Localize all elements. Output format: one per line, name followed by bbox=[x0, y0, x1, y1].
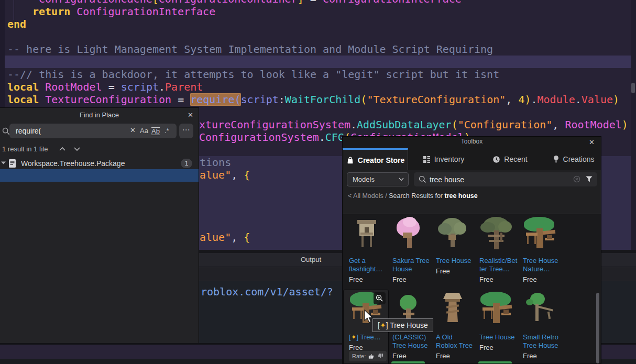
asset-title-link[interactable]: (CLASSIC)Tree House bbox=[392, 333, 434, 350]
code-line[interactable]: --// this is a backdoor, it attempts to … bbox=[7, 68, 499, 81]
clear-search-icon[interactable]: ✕ bbox=[130, 127, 136, 134]
expander-caret-icon[interactable] bbox=[1, 161, 6, 165]
tab-label: Creator Store bbox=[358, 156, 404, 164]
next-match-icon[interactable] bbox=[73, 147, 81, 151]
whole-word-button[interactable]: Ab bbox=[151, 127, 160, 135]
next-row-thumbnail-peek bbox=[478, 361, 512, 364]
filter-icon[interactable] bbox=[585, 175, 593, 183]
asset-thumbnail[interactable] bbox=[523, 217, 557, 249]
chevron-down-icon bbox=[399, 178, 404, 181]
toolbox-scrollbar-thumb[interactable] bbox=[596, 293, 599, 363]
code-line[interactable]: end bbox=[7, 18, 26, 30]
code-line[interactable]: local TextureConfiguration = require(scr… bbox=[7, 93, 619, 106]
thumbs-down-icon[interactable] bbox=[377, 353, 383, 359]
code-line[interactable]: alue", { bbox=[200, 231, 250, 244]
output-asset-link[interactable]: roblox.com/v1/asset/? bbox=[201, 285, 333, 298]
search-icon bbox=[2, 127, 10, 135]
asset-thumbnail[interactable] bbox=[349, 217, 383, 249]
asset-price: Free bbox=[392, 275, 407, 283]
match-case-button[interactable]: Aa bbox=[140, 127, 148, 135]
output-title: Output bbox=[301, 256, 321, 263]
tab-label: Creations bbox=[563, 155, 595, 163]
asset-thumbnail[interactable] bbox=[392, 217, 427, 249]
bulb-icon bbox=[553, 155, 560, 163]
asset-thumbnail[interactable] bbox=[436, 292, 470, 324]
find-match-row[interactable]: 268 local TextureConfiguration = require… bbox=[0, 169, 199, 182]
close-icon[interactable]: ✕ bbox=[589, 138, 595, 146]
asset-price: Free bbox=[436, 352, 450, 360]
clear-search-circle-icon[interactable] bbox=[573, 175, 580, 183]
asset-tooltip: [✦] Tree House bbox=[372, 318, 433, 332]
tab-label: Inventory bbox=[434, 155, 465, 163]
asset-thumbnail[interactable] bbox=[436, 217, 470, 249]
tab-creator-store[interactable]: Creator Store bbox=[343, 148, 408, 170]
asset-price: Free bbox=[436, 267, 450, 275]
breadcrumb: < All Models / Search Results for tree h… bbox=[348, 192, 478, 200]
toolbox-search-field[interactable] bbox=[414, 172, 597, 186]
mouse-cursor bbox=[364, 310, 374, 324]
asset-title-link[interactable]: Get aflashlight… bbox=[349, 257, 391, 273]
previous-match-icon[interactable] bbox=[59, 147, 66, 151]
editor-scrollbar-track[interactable] bbox=[631, 0, 636, 250]
editor-scrollbar-thumb[interactable] bbox=[631, 83, 635, 93]
category-dropdown[interactable]: Models bbox=[347, 172, 409, 186]
asset-title-link[interactable]: Tree House bbox=[436, 257, 478, 265]
toolbox-title: Toolbox bbox=[343, 138, 601, 145]
code-line[interactable]: local RootModel = script.Parent bbox=[7, 81, 203, 93]
editor-current-line-highlight bbox=[5, 56, 631, 68]
asset-card[interactable]: Sakura TreeHouseFree bbox=[391, 217, 433, 280]
category-dropdown-value: Models bbox=[353, 175, 375, 183]
zoom-preview-button[interactable] bbox=[374, 292, 386, 304]
asset-price: Free bbox=[523, 352, 537, 360]
code-line[interactable]: ConfigurationCache[ConfigurationContaine… bbox=[39, 0, 462, 5]
asset-card[interactable]: Tree HouseFree bbox=[435, 217, 477, 280]
breadcrumb-label: Search Results for bbox=[387, 192, 445, 200]
code-line[interactable]: alue", { bbox=[200, 169, 250, 181]
toolbox-search-input[interactable] bbox=[430, 173, 555, 186]
asset-thumbnail[interactable] bbox=[523, 292, 557, 324]
asset-title-link[interactable]: Realistic/Better Tree… bbox=[479, 257, 521, 273]
asset-title-link[interactable]: Sakura TreeHouse bbox=[392, 257, 434, 273]
asset-card[interactable]: Get aflashlight…Free bbox=[348, 217, 390, 280]
match-count-badge: 1 bbox=[181, 159, 192, 168]
sparkle-icon: ✦ bbox=[380, 321, 386, 329]
clock-icon bbox=[492, 156, 500, 163]
asset-title-link[interactable]: Tree HouseNature… bbox=[523, 257, 565, 273]
code-line[interactable]: xtureConfigurationSystem.AddSubDataLayer… bbox=[199, 118, 628, 131]
breadcrumb-term: tree house bbox=[444, 192, 477, 200]
indent-guide bbox=[14, 0, 14, 20]
asset-card[interactable]: Tree HouseNature…Free bbox=[522, 217, 564, 280]
close-icon[interactable]: ✕ bbox=[188, 111, 193, 119]
asset-title-link[interactable]: Small RetroTree House bbox=[523, 333, 565, 350]
breadcrumb-back-link[interactable]: < All Models / bbox=[348, 192, 387, 200]
find-search-input[interactable] bbox=[16, 124, 120, 138]
asset-card[interactable]: A OldRoblox TreeFree bbox=[435, 292, 477, 355]
asset-card[interactable]: Small RetroTree HouseFree bbox=[522, 292, 564, 355]
asset-card[interactable]: Realistic/Better Tree…Free bbox=[478, 217, 520, 280]
asset-thumbnail[interactable] bbox=[479, 217, 514, 249]
search-icon bbox=[419, 175, 426, 183]
asset-price: Free bbox=[523, 275, 537, 283]
more-options-button[interactable]: ⋯ bbox=[179, 124, 193, 138]
asset-thumbnail[interactable] bbox=[479, 292, 514, 324]
toolbox-panel: Toolbox ✕ Creator StoreInventoryRecentCr… bbox=[342, 136, 601, 364]
asset-card[interactable]: Tree HouseFree bbox=[478, 292, 520, 355]
next-row-thumbnail-peek bbox=[391, 361, 425, 364]
thumbs-up-icon[interactable] bbox=[368, 353, 375, 359]
code-line[interactable]: return ConfigurationInterface bbox=[32, 5, 215, 18]
asset-title-link[interactable]: Tree House bbox=[479, 333, 521, 341]
regex-button[interactable]: .* bbox=[165, 127, 169, 135]
code-line[interactable]: tions bbox=[200, 156, 231, 169]
asset-title-link[interactable]: A OldRoblox Tree bbox=[436, 333, 478, 350]
asset-title-link[interactable]: [✦] Tree… bbox=[349, 333, 391, 341]
find-in-place-panel: Find in Place ✕ ✕ Aa Ab .* ⋯ 1 result in… bbox=[0, 107, 199, 343]
tab-inventory[interactable]: Inventory bbox=[413, 148, 474, 170]
code-line[interactable]: -- here is Light Management System Imple… bbox=[7, 43, 493, 56]
tab-recent[interactable]: Recent bbox=[485, 148, 535, 170]
script-file-icon bbox=[8, 159, 16, 168]
rate-label: Rate: bbox=[352, 353, 366, 359]
find-file-row[interactable]: Workspace.Treehouse.Package 1 bbox=[0, 158, 199, 169]
asset-price: Free bbox=[392, 352, 407, 360]
tab-creations[interactable]: Creations bbox=[546, 148, 601, 170]
rate-row: Rate: bbox=[349, 351, 387, 361]
